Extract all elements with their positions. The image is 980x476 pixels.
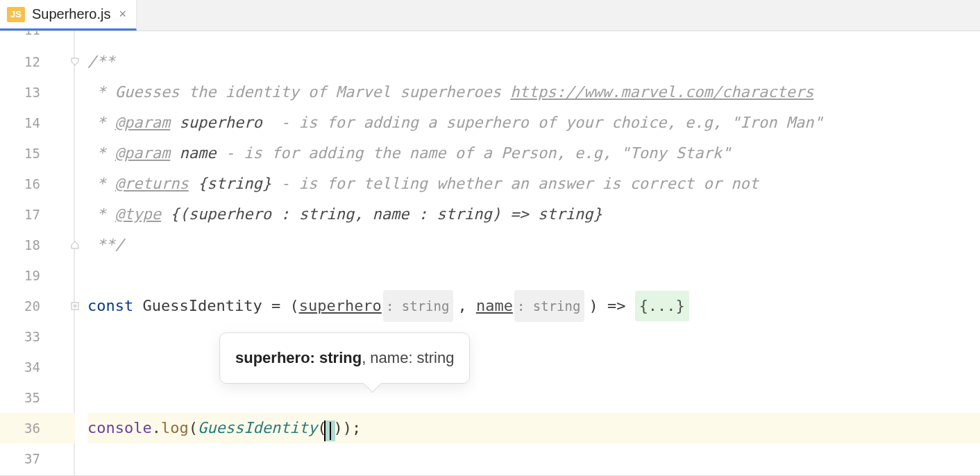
code-line: const GuessIdentity = (superhero: string… (87, 291, 980, 321)
line-number: 36 (0, 413, 75, 443)
other-parameters: , name: string (362, 349, 454, 366)
line-number: 16 (0, 169, 75, 199)
code-line (87, 382, 980, 413)
line-number: 12 (0, 46, 75, 77)
editor-tab[interactable]: JS Superhero.js × (0, 0, 137, 31)
tab-bar: JS Superhero.js × (0, 0, 980, 31)
code-line-active: console.log(GuessIdentity()); (87, 413, 980, 443)
line-number: 19 (0, 260, 75, 291)
line-number: 11 (0, 31, 75, 46)
line-number: 18 (0, 230, 75, 260)
parameter-hints-popup: superhero: string, name: string (219, 332, 470, 384)
line-number: 37 (0, 443, 75, 474)
line-number: 13 (0, 77, 75, 108)
code-line: * @type {(superhero : string, name : str… (87, 199, 980, 230)
editor-window: JS Superhero.js × 11 12 13 14 15 16 17 1… (0, 0, 980, 476)
line-number: 17 (0, 199, 75, 230)
editor-area[interactable]: 11 12 13 14 15 16 17 18 19 20 (0, 31, 980, 475)
code-line: /** (87, 46, 980, 77)
code-line: * @param superhero - is for adding a sup… (87, 108, 980, 138)
type-hint: : string (383, 290, 454, 322)
code-line (87, 260, 980, 291)
code-line: **/ (87, 230, 980, 260)
doc-url[interactable]: https://www.marvel.com/characters (510, 77, 813, 108)
code-line: * Guesses the identity of Marvel superhe… (87, 77, 980, 108)
active-parameter: superhero: string (235, 349, 362, 366)
code-area[interactable]: /** * Guesses the identity of Marvel sup… (75, 31, 980, 475)
code-line: * @returns {string} - is for telling whe… (87, 169, 980, 199)
code-line: * @param name - is for adding the name o… (87, 138, 980, 169)
gutter: 11 12 13 14 15 16 17 18 19 20 (0, 31, 75, 475)
line-number: 20 (0, 291, 75, 321)
line-number: 35 (0, 382, 75, 413)
line-number: 14 (0, 108, 75, 138)
js-file-icon: JS (7, 7, 25, 22)
text-caret (324, 420, 335, 441)
type-hint: : string (514, 290, 585, 322)
folded-code[interactable]: {...} (635, 291, 689, 321)
code-line (87, 31, 980, 46)
line-number: 15 (0, 138, 75, 169)
code-line (87, 443, 980, 474)
close-icon[interactable]: × (117, 7, 128, 22)
line-number: 34 (0, 352, 75, 382)
line-number: 33 (0, 321, 75, 352)
tab-filename: Superhero.js (32, 6, 110, 22)
